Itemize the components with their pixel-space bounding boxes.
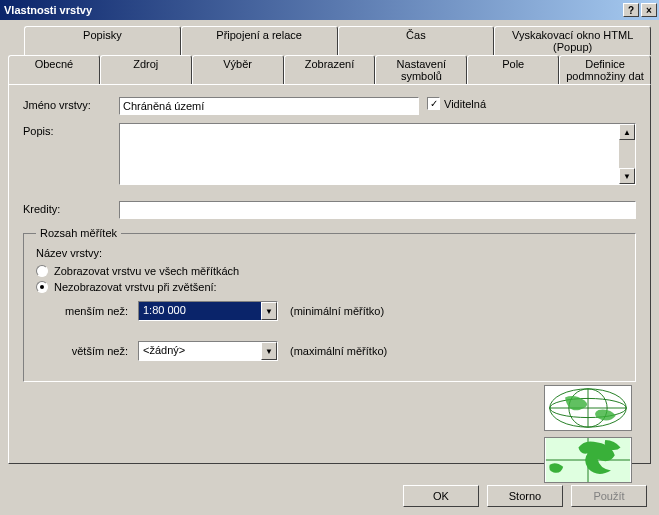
radio-icon bbox=[36, 281, 48, 293]
radio-zoom-only[interactable]: Nezobrazovat vrstvu při zvětšení: bbox=[36, 281, 623, 293]
tab-pripojeni[interactable]: Připojení a relace bbox=[181, 26, 338, 55]
chevron-down-icon[interactable]: ▼ bbox=[261, 342, 277, 360]
credits-label: Kredity: bbox=[23, 201, 119, 215]
titlebar-buttons: ? × bbox=[621, 3, 657, 17]
min-scale-combo[interactable]: 1:80 000 ▼ bbox=[138, 301, 278, 321]
globe-icon bbox=[545, 386, 631, 430]
tab-zdroj[interactable]: Zdroj bbox=[100, 55, 192, 84]
tab-vyber[interactable]: Výběr bbox=[192, 55, 284, 84]
tab-zobrazeni[interactable]: Zobrazení bbox=[284, 55, 376, 84]
description-textarea[interactable]: ▲ ▼ bbox=[119, 123, 636, 185]
tab-cas[interactable]: Čas bbox=[338, 26, 495, 55]
visible-label: Viditelná bbox=[444, 98, 486, 110]
check-icon: ✓ bbox=[427, 97, 440, 110]
min-scale-label: menším než: bbox=[56, 305, 132, 317]
min-scale-hint: (minimální měřítko) bbox=[290, 305, 384, 317]
scale-range-legend: Rozsah měřítek bbox=[36, 227, 121, 239]
tab-obecne[interactable]: Obecné bbox=[8, 55, 100, 85]
min-scale-value: 1:80 000 bbox=[139, 302, 261, 320]
radio-icon bbox=[36, 265, 48, 277]
chevron-down-icon[interactable]: ▼ bbox=[261, 302, 277, 320]
close-button[interactable]: × bbox=[641, 3, 657, 17]
cancel-button[interactable]: Storno bbox=[487, 485, 563, 507]
tab-panel-obecne: Jméno vrstvy: ✓ Viditelná Popis: ▲ ▼ Kre… bbox=[8, 84, 651, 464]
tab-definice[interactable]: Definice podmnožiny dat bbox=[559, 55, 651, 84]
tab-row-bottom: Obecné Zdroj Výběr Zobrazení Nastavení s… bbox=[8, 55, 651, 84]
scroll-down-icon[interactable]: ▼ bbox=[619, 168, 635, 184]
apply-button: Použít bbox=[571, 485, 647, 507]
map-icon bbox=[545, 438, 631, 482]
radio-all-scales[interactable]: Zobrazovat vrstvu ve všech měřítkách bbox=[36, 265, 623, 277]
layer-name-input[interactable] bbox=[119, 97, 419, 115]
max-scale-label: větším než: bbox=[56, 345, 132, 357]
description-value bbox=[120, 124, 619, 184]
titlebar: Vlastnosti vrstvy ? × bbox=[0, 0, 659, 20]
max-scale-value: <žádný> bbox=[139, 342, 261, 360]
dialog-button-bar: OK Storno Použít bbox=[403, 485, 647, 507]
description-scrollbar[interactable]: ▲ ▼ bbox=[619, 124, 635, 184]
dialog-content: Popisky Připojení a relace Čas Vyskakova… bbox=[0, 20, 659, 470]
tab-popisky[interactable]: Popisky bbox=[24, 26, 181, 55]
tab-row-top: Popisky Připojení a relace Čas Vyskakova… bbox=[24, 26, 651, 55]
description-label: Popis: bbox=[23, 123, 119, 137]
tab-symboly[interactable]: Nastavení symbolů bbox=[375, 55, 467, 84]
help-button[interactable]: ? bbox=[623, 3, 639, 17]
scale-layer-name-label: Název vrstvy: bbox=[36, 247, 623, 259]
map-thumbnail bbox=[544, 437, 632, 483]
scroll-up-icon[interactable]: ▲ bbox=[619, 124, 635, 140]
layer-name-label: Jméno vrstvy: bbox=[23, 97, 119, 111]
radio-zoom-label: Nezobrazovat vrstvu při zvětšení: bbox=[54, 281, 217, 293]
radio-all-label: Zobrazovat vrstvu ve všech měřítkách bbox=[54, 265, 239, 277]
max-scale-hint: (maximální měřítko) bbox=[290, 345, 387, 357]
scale-range-group: Rozsah měřítek Název vrstvy: Zobrazovat … bbox=[23, 227, 636, 382]
tab-popup[interactable]: Vyskakovací okno HTML (Popup) bbox=[494, 26, 651, 55]
visible-checkbox[interactable]: ✓ Viditelná bbox=[427, 97, 486, 110]
max-scale-combo[interactable]: <žádný> ▼ bbox=[138, 341, 278, 361]
tab-pole[interactable]: Pole bbox=[467, 55, 559, 84]
ok-button[interactable]: OK bbox=[403, 485, 479, 507]
window-title: Vlastnosti vrstvy bbox=[4, 4, 621, 16]
globe-thumbnail bbox=[544, 385, 632, 431]
credits-input[interactable] bbox=[119, 201, 636, 219]
